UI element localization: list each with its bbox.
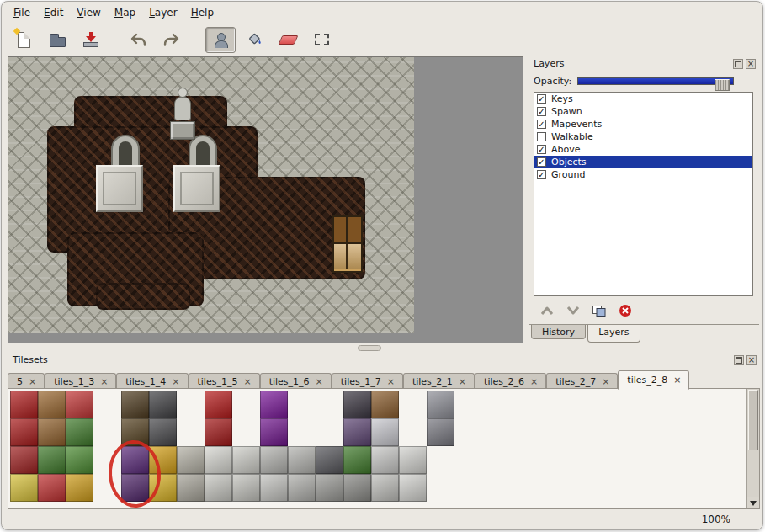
tileset-tile[interactable]	[10, 391, 38, 418]
tileset-tab-tiles_2_7[interactable]: tiles_2_7×	[546, 373, 618, 389]
tileset-tile[interactable]	[121, 418, 149, 446]
menu-view[interactable]: View	[70, 4, 107, 21]
tileset-tile[interactable]	[149, 474, 177, 502]
tileset-tile[interactable]	[38, 474, 66, 502]
redo-button[interactable]	[157, 27, 187, 53]
tileset-tab-tiles_1_5[interactable]: tiles_1_5×	[189, 373, 260, 389]
tileset-tile[interactable]	[399, 391, 427, 418]
tileset-tile[interactable]	[260, 418, 288, 446]
tileset-tile[interactable]	[260, 446, 288, 474]
tileset-tile[interactable]	[93, 474, 121, 502]
tileset-tile[interactable]	[38, 391, 66, 418]
tileset-tile[interactable]	[205, 474, 232, 502]
scrollbar-down-button[interactable]	[747, 497, 759, 508]
close-tab-icon[interactable]: ×	[29, 378, 36, 386]
close-tab-icon[interactable]: ×	[459, 378, 466, 386]
pane-splitter-grip[interactable]	[358, 345, 381, 351]
tileset-tab-5[interactable]: 5×	[8, 373, 45, 389]
move-layer-up-button[interactable]	[539, 303, 555, 318]
close-panel-button[interactable]: ×	[746, 59, 756, 69]
tileset-tile[interactable]	[371, 474, 399, 502]
map-viewport[interactable]	[8, 56, 523, 343]
tileset-tile[interactable]	[205, 446, 232, 474]
tileset-tab-tiles_1_7[interactable]: tiles_1_7×	[332, 373, 403, 389]
tileset-tile[interactable]	[177, 418, 205, 446]
opacity-slider[interactable]	[577, 77, 734, 85]
close-tab-icon[interactable]: ×	[172, 378, 179, 386]
tileset-tile[interactable]	[232, 418, 260, 446]
layer-row-ground[interactable]: ✓Ground	[534, 168, 752, 181]
menu-layer[interactable]: Layer	[142, 4, 183, 21]
tileset-tile[interactable]	[316, 391, 343, 418]
map-canvas[interactable]	[8, 57, 414, 332]
close-tab-icon[interactable]: ×	[602, 378, 609, 386]
tileset-tile[interactable]	[260, 474, 288, 502]
move-layer-down-button[interactable]	[565, 303, 582, 318]
duplicate-layer-button[interactable]	[591, 303, 608, 318]
tileset-tile[interactable]	[149, 446, 177, 474]
tileset-tile[interactable]	[177, 474, 205, 502]
tileset-tile[interactable]	[399, 474, 427, 502]
layer-visibility-checkbox[interactable]: ✓	[537, 170, 546, 179]
tileset-tile[interactable]	[121, 446, 149, 474]
close-tab-icon[interactable]: ×	[530, 378, 538, 386]
close-panel-button[interactable]: ×	[746, 355, 757, 365]
float-panel-button[interactable]	[734, 355, 744, 365]
dock-tab-layers[interactable]: Layers	[587, 325, 640, 343]
layer-row-walkable[interactable]: Walkable	[534, 130, 752, 143]
tileset-tab-tiles_2_8[interactable]: tiles_2_8×	[618, 370, 689, 390]
close-tab-icon[interactable]: ×	[243, 378, 251, 386]
close-tab-icon[interactable]: ×	[316, 378, 323, 386]
tileset-tab-tiles_1_4[interactable]: tiles_1_4×	[116, 373, 188, 389]
layer-visibility-checkbox[interactable]: ✓	[537, 120, 546, 129]
tileset-tile[interactable]	[121, 474, 149, 502]
tileset-tile[interactable]	[371, 418, 399, 446]
save-file-button[interactable]	[76, 27, 106, 53]
layer-row-above[interactable]: ✓Above	[534, 143, 752, 156]
menu-edit[interactable]: Edit	[37, 4, 70, 21]
tileset-tile[interactable]	[38, 418, 66, 446]
new-file-button[interactable]	[8, 27, 39, 53]
tileset-tile[interactable]	[343, 474, 371, 502]
tileset-tile[interactable]	[66, 391, 93, 418]
tileset-tile[interactable]	[149, 418, 177, 446]
tileset-tile[interactable]	[10, 474, 38, 502]
tileset-tile[interactable]	[288, 446, 316, 474]
layer-visibility-checkbox[interactable]: ✓	[537, 145, 546, 154]
tileset-tile[interactable]	[38, 446, 66, 474]
stamp-tool-button[interactable]	[205, 27, 236, 53]
tileset-tile[interactable]	[288, 474, 316, 502]
tileset-tile[interactable]	[93, 446, 121, 474]
layer-visibility-checkbox[interactable]: ✓	[537, 107, 546, 116]
tileset-tile[interactable]	[121, 391, 149, 418]
tileset-tile[interactable]	[205, 418, 232, 446]
tileset-tile[interactable]	[316, 418, 343, 446]
layer-row-objects[interactable]: ✓Objects	[534, 156, 752, 168]
tileset-tile[interactable]	[343, 446, 371, 474]
tileset-tile[interactable]	[66, 446, 93, 474]
tileset-tile[interactable]	[427, 391, 454, 418]
tileset-tile[interactable]	[177, 391, 205, 418]
tileset-tile[interactable]	[93, 391, 121, 418]
tileset-tile[interactable]	[288, 391, 316, 418]
tileset-tile[interactable]	[316, 474, 343, 502]
menu-help[interactable]: Help	[184, 4, 220, 21]
tileset-tile[interactable]	[399, 446, 427, 474]
fill-tool-button[interactable]	[239, 27, 269, 53]
scrollbar-thumb[interactable]	[748, 390, 758, 450]
float-panel-button[interactable]	[733, 59, 743, 69]
delete-layer-button[interactable]	[617, 303, 634, 318]
tileset-tile[interactable]	[427, 474, 454, 502]
tileset-content[interactable]	[8, 388, 760, 509]
tileset-tile[interactable]	[232, 446, 260, 474]
tileset-tile[interactable]	[66, 418, 93, 446]
tileset-tile[interactable]	[232, 474, 260, 502]
tileset-tile[interactable]	[371, 446, 399, 474]
tileset-scrollbar[interactable]	[746, 389, 759, 508]
menu-file[interactable]: File	[7, 4, 37, 21]
tileset-tile[interactable]	[205, 391, 232, 418]
tileset-tile[interactable]	[399, 418, 427, 446]
tileset-tile[interactable]	[10, 418, 38, 446]
tileset-tab-tiles_2_1[interactable]: tiles_2_1×	[403, 373, 475, 389]
open-file-button[interactable]	[42, 27, 72, 53]
